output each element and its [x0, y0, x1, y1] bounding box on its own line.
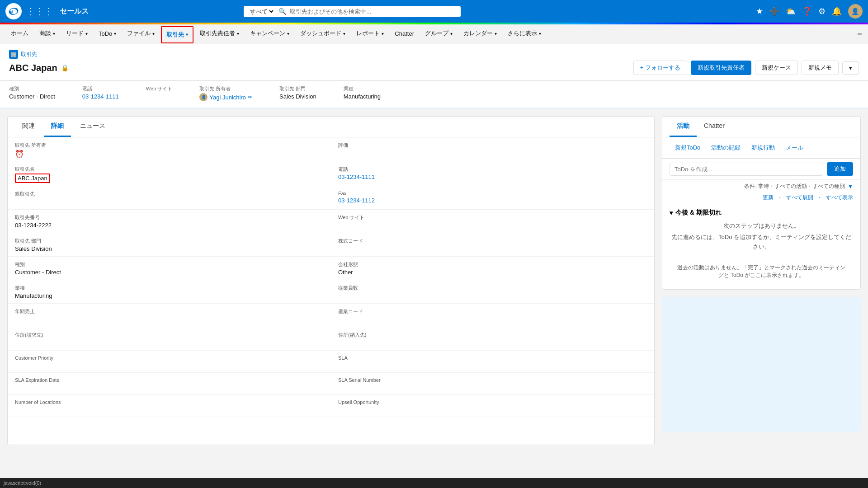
add-icon[interactable]: ➕: [769, 6, 779, 16]
nav-dashboards[interactable]: ダッシュボード ▾: [295, 24, 351, 44]
nav-home[interactable]: ホーム: [5, 24, 34, 44]
field-fax-link[interactable]: 03-1234-1112: [338, 197, 375, 204]
field-customer-priority-value: [15, 361, 324, 370]
blue-bottom-area: [662, 297, 861, 432]
meta-division: 取引先 部門 Sales Division: [279, 85, 316, 101]
field-website-value: [338, 222, 647, 230]
nav-deals[interactable]: 商談 ▾: [34, 24, 61, 44]
meta-owner-label: 取引先 所有者: [199, 85, 252, 92]
notifications-icon[interactable]: 🔔: [832, 6, 842, 16]
user-avatar[interactable]: 👤: [848, 4, 863, 19]
filter-icon[interactable]: ▼: [848, 183, 853, 190]
menu-navigation: ホーム 商談 ▾ リード ▾ ToDo ▾ ファイル ▾ 取引先 ▾ 取引先責任…: [0, 24, 868, 44]
field-phone-link[interactable]: 03-1234-1111: [338, 174, 375, 180]
new-event-button[interactable]: 新規行動: [746, 141, 780, 155]
favorites-icon[interactable]: ★: [756, 6, 763, 16]
settings-icon[interactable]: ⚙: [818, 6, 826, 16]
setup-cloud-icon[interactable]: ⛅: [786, 6, 796, 16]
app-launcher-icon[interactable]: ⋮⋮⋮: [26, 6, 53, 17]
nav-campaigns[interactable]: キャンペーン ▾: [245, 24, 295, 44]
field-type-value: Customer - Direct: [15, 269, 324, 277]
nav-files[interactable]: ファイル ▾: [122, 24, 160, 44]
svg-text:sf: sf: [10, 9, 13, 14]
tab-news[interactable]: ニュース: [73, 117, 113, 137]
collapse-icon: ▾: [670, 209, 673, 216]
todo-input[interactable]: [670, 163, 823, 176]
expand-links: 更新 ・ すべて展開 ・ すべて表示: [662, 193, 860, 204]
breadcrumb-label[interactable]: 取引先: [21, 51, 37, 58]
search-scope-select[interactable]: すべて: [248, 8, 275, 15]
field-parent-value: [15, 198, 324, 206]
field-num-locations-value: [15, 406, 324, 414]
nav-leads[interactable]: リード ▾: [61, 24, 93, 44]
help-icon[interactable]: ❓: [802, 6, 812, 16]
new-contact-button[interactable]: 新規取引先責任者: [691, 61, 751, 75]
field-sla-expiration-value: [15, 384, 324, 392]
log-activity-button[interactable]: 活動の記録: [706, 141, 746, 155]
field-sla-value: [338, 361, 647, 370]
activity-actions: 新規ToDo 活動の記録 新規行動 メール: [662, 137, 860, 159]
search-input[interactable]: [290, 8, 443, 15]
nav-contacts[interactable]: 取引先責任者 ▾: [194, 24, 245, 44]
email-button[interactable]: メール: [780, 141, 809, 155]
field-customer-priority: Customer Priority ✏: [8, 351, 331, 373]
field-parent-label: 親取引先: [15, 191, 324, 197]
lock-icon: 🔒: [61, 64, 69, 71]
filter-row: 条件: 常時・すべての活動・すべての種別 ▼: [662, 180, 860, 193]
field-num-locations-label: Number of Locations: [15, 399, 324, 405]
tab-activity[interactable]: 活動: [670, 117, 697, 137]
field-rating-label: 評価: [338, 142, 647, 149]
new-case-button[interactable]: 新規ケース: [755, 61, 798, 75]
no-steps-text: 次のステップはありません。: [670, 221, 853, 231]
owner-link[interactable]: Yagi Junichiro: [209, 94, 246, 101]
field-sla-serial: SLA Serial Number ✏: [331, 373, 654, 395]
nav-groups[interactable]: グループ ▾: [420, 24, 458, 44]
field-sla-label: SLA: [338, 355, 647, 361]
search-icon: 🔍: [278, 8, 286, 15]
field-industry-label: 業種: [15, 285, 324, 291]
field-shipping-address-label: 住所(納入先): [338, 332, 647, 338]
upcoming-header[interactable]: ▾ 今後 & 期限切れ: [670, 209, 853, 217]
field-fax-label: Fax: [338, 191, 647, 196]
new-todo-button[interactable]: 新規ToDo: [670, 141, 706, 155]
nav-todo[interactable]: ToDo ▾: [93, 24, 122, 44]
update-link[interactable]: 更新: [763, 194, 774, 202]
field-annual-revenue: 年間売上 ✏: [8, 304, 331, 327]
field-phone-label: 電話: [338, 166, 647, 173]
owner-edit-icon[interactable]: ✏: [248, 94, 252, 100]
nav-reports[interactable]: レポート ▾: [351, 24, 389, 44]
activity-tabs: 活動 Chatter: [662, 117, 860, 137]
field-shipping-address-value: [338, 339, 647, 347]
todo-input-row: 追加: [662, 159, 860, 180]
tab-detail[interactable]: 詳細: [44, 117, 71, 137]
add-todo-button[interactable]: 追加: [827, 162, 853, 176]
main-content: 関連 詳細 ニュース 取引先 所有者 ⏰ ✏ 評価 ✏ 取引先名 ABC J: [0, 109, 868, 452]
new-memo-button[interactable]: 新規メモ: [802, 61, 839, 75]
tab-related[interactable]: 関連: [15, 117, 42, 137]
field-sla-expiration: SLA Expiration Date ✏: [8, 373, 331, 395]
nav-edit-icon[interactable]: ✏: [858, 31, 863, 38]
field-account-name-label: 取引先名: [15, 166, 324, 173]
meta-owner-value: 👤 Yagi Junichiro ✏: [199, 93, 252, 101]
field-website: Web サイト ✏: [331, 210, 654, 233]
upcoming-body: 次のステップはありません。 先に進めるには、ToDo を追加するか、ミーティング…: [670, 221, 853, 251]
salesforce-logo[interactable]: sf: [5, 3, 22, 19]
field-account-number-value: 03-1234-2222: [15, 222, 324, 230]
meta-phone-label: 電話: [82, 85, 119, 92]
follow-button[interactable]: + フォローする: [633, 61, 687, 75]
detail-grid: 取引先 所有者 ⏰ ✏ 評価 ✏ 取引先名 ABC Japan ✏ 電話: [8, 137, 654, 417]
nav-chatter[interactable]: Chatter: [389, 24, 420, 44]
nav-accounts[interactable]: 取引先 ▾: [161, 26, 193, 43]
no-activity-text: 過去の活動はありません。「完了」とマークされた過去のミーティングと ToDo が…: [670, 258, 853, 285]
meta-division-value: Sales Division: [279, 93, 316, 100]
tab-chatter[interactable]: Chatter: [697, 117, 732, 137]
nav-calendar[interactable]: カレンダー ▾: [458, 24, 502, 44]
nav-more[interactable]: さらに表示 ▾: [502, 24, 547, 44]
top-nav-icons: ★ ➕ ⛅ ❓ ⚙ 🔔 👤: [756, 4, 863, 19]
show-all-link[interactable]: すべて表示: [826, 194, 853, 202]
expand-all-link[interactable]: すべて展開: [786, 194, 813, 202]
more-dropdown-button[interactable]: ▾: [842, 61, 859, 75]
field-num-locations: Number of Locations ✏: [8, 395, 331, 417]
owner-avatar: 👤: [199, 93, 208, 101]
meta-phone-value[interactable]: 03-1234-1111: [82, 93, 119, 100]
